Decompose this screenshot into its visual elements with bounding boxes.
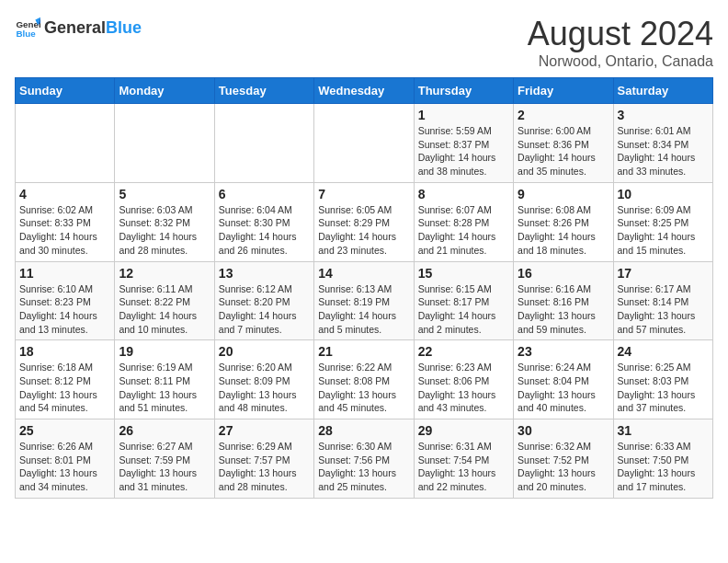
day-number: 15	[418, 266, 509, 281]
day-number: 20	[219, 344, 310, 359]
logo-blue-text: Blue	[106, 18, 142, 38]
header-day-monday: Monday	[115, 78, 214, 104]
day-info: Sunrise: 6:08 AM Sunset: 8:26 PM Dayligh…	[518, 203, 609, 258]
day-number: 25	[19, 423, 110, 438]
header-day-friday: Friday	[514, 78, 613, 104]
calendar-cell: 17Sunrise: 6:17 AM Sunset: 8:14 PM Dayli…	[613, 261, 712, 340]
calendar-cell: 19Sunrise: 6:19 AM Sunset: 8:11 PM Dayli…	[115, 340, 214, 419]
day-info: Sunrise: 6:19 AM Sunset: 8:11 PM Dayligh…	[119, 361, 210, 415]
calendar-cell: 10Sunrise: 6:09 AM Sunset: 8:25 PM Dayli…	[613, 182, 712, 261]
calendar-cell: 14Sunrise: 6:13 AM Sunset: 8:19 PM Dayli…	[314, 261, 414, 340]
day-info: Sunrise: 6:09 AM Sunset: 8:25 PM Dayligh…	[618, 203, 709, 258]
day-info: Sunrise: 6:24 AM Sunset: 8:04 PM Dayligh…	[518, 361, 609, 415]
day-number: 28	[318, 423, 409, 438]
day-number: 1	[418, 108, 509, 122]
day-info: Sunrise: 6:12 AM Sunset: 8:20 PM Dayligh…	[219, 282, 310, 337]
day-info: Sunrise: 6:29 AM Sunset: 7:57 PM Dayligh…	[219, 440, 310, 494]
calendar-cell	[214, 104, 313, 183]
day-number: 23	[518, 344, 609, 359]
day-info: Sunrise: 6:33 AM Sunset: 7:50 PM Dayligh…	[618, 440, 709, 494]
calendar-cell: 23Sunrise: 6:24 AM Sunset: 8:04 PM Dayli…	[514, 340, 613, 419]
day-info: Sunrise: 5:59 AM Sunset: 8:37 PM Dayligh…	[418, 124, 509, 178]
day-number: 14	[318, 266, 409, 281]
logo-general-text: General	[44, 18, 106, 38]
day-number: 27	[219, 423, 310, 438]
header-row: SundayMondayTuesdayWednesdayThursdayFrid…	[16, 78, 713, 104]
day-number: 12	[119, 266, 210, 281]
calendar-cell: 2Sunrise: 6:00 AM Sunset: 8:36 PM Daylig…	[514, 104, 613, 183]
day-info: Sunrise: 6:05 AM Sunset: 8:29 PM Dayligh…	[318, 203, 409, 258]
day-number: 18	[19, 344, 110, 359]
calendar-cell: 13Sunrise: 6:12 AM Sunset: 8:20 PM Dayli…	[214, 261, 313, 340]
day-number: 7	[318, 187, 409, 201]
calendar-cell	[314, 104, 414, 183]
day-info: Sunrise: 6:04 AM Sunset: 8:30 PM Dayligh…	[219, 203, 310, 258]
day-info: Sunrise: 6:23 AM Sunset: 8:06 PM Dayligh…	[418, 361, 509, 415]
calendar-cell: 8Sunrise: 6:07 AM Sunset: 8:28 PM Daylig…	[414, 182, 513, 261]
day-number: 29	[418, 423, 509, 438]
calendar-cell: 22Sunrise: 6:23 AM Sunset: 8:06 PM Dayli…	[414, 340, 513, 419]
logo: General Blue GeneralBlue	[15, 15, 142, 40]
day-info: Sunrise: 6:22 AM Sunset: 8:08 PM Dayligh…	[318, 361, 409, 415]
day-info: Sunrise: 6:01 AM Sunset: 8:34 PM Dayligh…	[618, 124, 709, 178]
week-row-5: 25Sunrise: 6:26 AM Sunset: 8:01 PM Dayli…	[16, 419, 713, 499]
calendar-cell: 3Sunrise: 6:01 AM Sunset: 8:34 PM Daylig…	[613, 104, 712, 183]
calendar-table: SundayMondayTuesdayWednesdayThursdayFrid…	[15, 77, 713, 499]
day-number: 13	[219, 266, 310, 281]
day-info: Sunrise: 6:26 AM Sunset: 8:01 PM Dayligh…	[19, 440, 110, 494]
day-number: 26	[119, 423, 210, 438]
day-number: 6	[219, 187, 310, 201]
day-number: 10	[618, 187, 709, 201]
day-number: 24	[618, 344, 709, 359]
page-subtitle: Norwood, Ontario, Canada	[528, 53, 713, 70]
day-info: Sunrise: 6:07 AM Sunset: 8:28 PM Dayligh…	[418, 203, 509, 258]
day-number: 3	[618, 108, 709, 122]
calendar-cell: 15Sunrise: 6:15 AM Sunset: 8:17 PM Dayli…	[414, 261, 513, 340]
calendar-cell: 28Sunrise: 6:30 AM Sunset: 7:56 PM Dayli…	[314, 419, 414, 499]
day-info: Sunrise: 6:17 AM Sunset: 8:14 PM Dayligh…	[618, 282, 709, 337]
calendar-cell: 30Sunrise: 6:32 AM Sunset: 7:52 PM Dayli…	[514, 419, 613, 499]
day-number: 31	[618, 423, 709, 438]
day-number: 9	[518, 187, 609, 201]
day-info: Sunrise: 6:30 AM Sunset: 7:56 PM Dayligh…	[318, 440, 409, 494]
calendar-cell	[115, 104, 214, 183]
day-number: 21	[318, 344, 409, 359]
svg-text:Blue: Blue	[16, 29, 36, 39]
day-number: 19	[119, 344, 210, 359]
header-day-sunday: Sunday	[16, 78, 115, 104]
header: General Blue GeneralBlue August 2024 Nor…	[15, 15, 713, 70]
day-info: Sunrise: 6:10 AM Sunset: 8:23 PM Dayligh…	[19, 282, 110, 337]
day-info: Sunrise: 6:18 AM Sunset: 8:12 PM Dayligh…	[19, 361, 110, 415]
header-day-saturday: Saturday	[613, 78, 712, 104]
calendar-cell: 31Sunrise: 6:33 AM Sunset: 7:50 PM Dayli…	[613, 419, 712, 499]
day-info: Sunrise: 6:27 AM Sunset: 7:59 PM Dayligh…	[119, 440, 210, 494]
week-row-4: 18Sunrise: 6:18 AM Sunset: 8:12 PM Dayli…	[16, 340, 713, 419]
day-info: Sunrise: 6:11 AM Sunset: 8:22 PM Dayligh…	[119, 282, 210, 337]
calendar-cell: 1Sunrise: 5:59 AM Sunset: 8:37 PM Daylig…	[414, 104, 513, 183]
week-row-1: 1Sunrise: 5:59 AM Sunset: 8:37 PM Daylig…	[16, 104, 713, 183]
day-number: 2	[518, 108, 609, 122]
calendar-cell: 12Sunrise: 6:11 AM Sunset: 8:22 PM Dayli…	[115, 261, 214, 340]
day-info: Sunrise: 6:25 AM Sunset: 8:03 PM Dayligh…	[618, 361, 709, 415]
calendar-cell: 26Sunrise: 6:27 AM Sunset: 7:59 PM Dayli…	[115, 419, 214, 499]
calendar-cell: 18Sunrise: 6:18 AM Sunset: 8:12 PM Dayli…	[16, 340, 115, 419]
day-info: Sunrise: 6:02 AM Sunset: 8:33 PM Dayligh…	[19, 203, 110, 258]
day-number: 4	[19, 187, 110, 201]
calendar-cell: 24Sunrise: 6:25 AM Sunset: 8:03 PM Dayli…	[613, 340, 712, 419]
calendar-cell: 25Sunrise: 6:26 AM Sunset: 8:01 PM Dayli…	[16, 419, 115, 499]
header-day-tuesday: Tuesday	[214, 78, 313, 104]
day-number: 16	[518, 266, 609, 281]
calendar-cell: 27Sunrise: 6:29 AM Sunset: 7:57 PM Dayli…	[214, 419, 313, 499]
day-number: 22	[418, 344, 509, 359]
day-info: Sunrise: 6:13 AM Sunset: 8:19 PM Dayligh…	[318, 282, 409, 337]
week-row-3: 11Sunrise: 6:10 AM Sunset: 8:23 PM Dayli…	[16, 261, 713, 340]
day-info: Sunrise: 6:32 AM Sunset: 7:52 PM Dayligh…	[518, 440, 609, 494]
calendar-cell: 21Sunrise: 6:22 AM Sunset: 8:08 PM Dayli…	[314, 340, 414, 419]
calendar-cell	[16, 104, 115, 183]
day-info: Sunrise: 6:20 AM Sunset: 8:09 PM Dayligh…	[219, 361, 310, 415]
page-title: August 2024	[528, 15, 713, 53]
day-number: 17	[618, 266, 709, 281]
calendar-cell: 7Sunrise: 6:05 AM Sunset: 8:29 PM Daylig…	[314, 182, 414, 261]
day-number: 11	[19, 266, 110, 281]
header-day-wednesday: Wednesday	[314, 78, 414, 104]
